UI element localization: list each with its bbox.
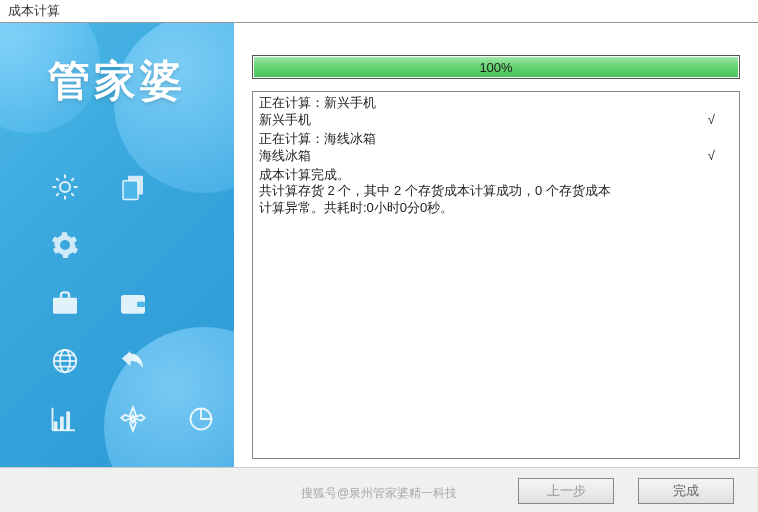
svg-rect-11	[53, 298, 77, 314]
check-icon: √	[708, 112, 733, 129]
star-icon	[108, 390, 158, 448]
button-bar: 上一步 完成	[0, 467, 758, 512]
log-line: 共计算存货 2 个，其中 2 个存货成本计算成功，0 个存货成本	[259, 183, 733, 200]
window-title: 成本计算	[0, 0, 758, 22]
documents-icon	[108, 158, 158, 216]
check-icon: √	[708, 148, 733, 165]
undo-icon	[108, 332, 158, 390]
svg-rect-20	[60, 417, 64, 431]
svg-rect-10	[123, 181, 138, 200]
log-line: 正在计算：海线冰箱	[259, 131, 733, 148]
log-line: 新兴手机	[259, 112, 311, 129]
svg-rect-21	[66, 412, 70, 431]
log-line: 成本计算完成。	[259, 167, 733, 184]
svg-line-7	[56, 193, 59, 196]
log-output[interactable]: 正在计算：新兴手机 新兴手机 √ 正在计算：海线冰箱 海线冰箱 √ 成本计算完成…	[252, 91, 740, 459]
briefcase-icon	[40, 274, 90, 332]
svg-rect-19	[54, 422, 58, 431]
bar-chart-icon	[40, 390, 90, 448]
prev-button[interactable]: 上一步	[518, 478, 614, 504]
content-panel: 100% 正在计算：新兴手机 新兴手机 √ 正在计算：海线冰箱 海线冰箱 √ 成…	[234, 23, 758, 467]
svg-line-6	[71, 193, 74, 196]
svg-point-0	[60, 182, 70, 192]
pie-chart-icon	[176, 390, 226, 448]
log-line: 正在计算：新兴手机	[259, 95, 733, 112]
wallet-icon	[108, 274, 158, 332]
progress-fill: 100%	[254, 57, 738, 77]
finish-button[interactable]: 完成	[638, 478, 734, 504]
brand-title: 管家婆	[0, 53, 234, 109]
log-line: 计算异常。共耗时:0小时0分0秒。	[259, 200, 733, 217]
svg-line-5	[56, 178, 59, 181]
progress-text: 100%	[479, 60, 512, 75]
svg-line-8	[71, 178, 74, 181]
sidebar-icon-grid	[40, 158, 226, 448]
svg-rect-13	[137, 302, 145, 307]
gear-icon	[40, 216, 90, 274]
main-area: 管家婆 100% 正在计算：新兴手机	[0, 22, 758, 467]
sun-icon	[40, 158, 90, 216]
progress-bar: 100%	[252, 55, 740, 79]
globe-icon	[40, 332, 90, 390]
log-line: 海线冰箱	[259, 148, 311, 165]
sidebar: 管家婆	[0, 23, 234, 467]
